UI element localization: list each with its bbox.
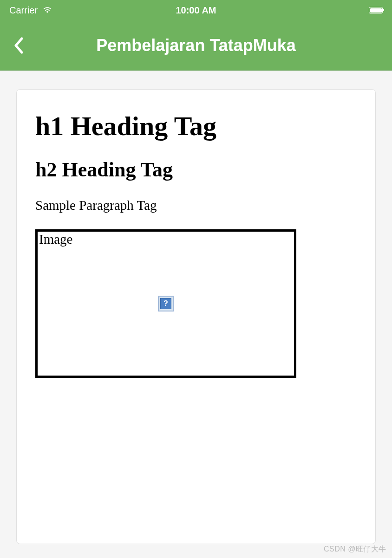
watermark: CSDN @旺仔大牛 (324, 545, 386, 554)
nav-bar: Pembelajaran TatapMuka (0, 20, 392, 71)
status-left: Carrier (9, 4, 52, 17)
page-title: Pembelajaran TatapMuka (96, 36, 296, 55)
image-placeholder: Image ? (35, 229, 296, 378)
status-bar: Carrier 10:00 AM (0, 0, 392, 20)
wifi-icon (42, 4, 52, 17)
image-alt-text: Image (39, 232, 72, 247)
content-area: h1 Heading Tag h2 Heading Tag Sample Par… (0, 71, 392, 558)
heading-2: h2 Heading Tag (35, 158, 357, 182)
broken-image-icon: ? (158, 296, 174, 311)
back-button[interactable] (9, 36, 28, 55)
status-time: 10:00 AM (176, 5, 216, 16)
heading-1: h1 Heading Tag (35, 110, 357, 142)
chevron-left-icon (14, 37, 23, 54)
content-card: h1 Heading Tag h2 Heading Tag Sample Par… (16, 89, 376, 544)
question-mark-icon: ? (160, 298, 171, 309)
battery-icon (369, 7, 383, 13)
carrier-label: Carrier (9, 5, 38, 16)
paragraph: Sample Paragraph Tag (35, 198, 357, 213)
